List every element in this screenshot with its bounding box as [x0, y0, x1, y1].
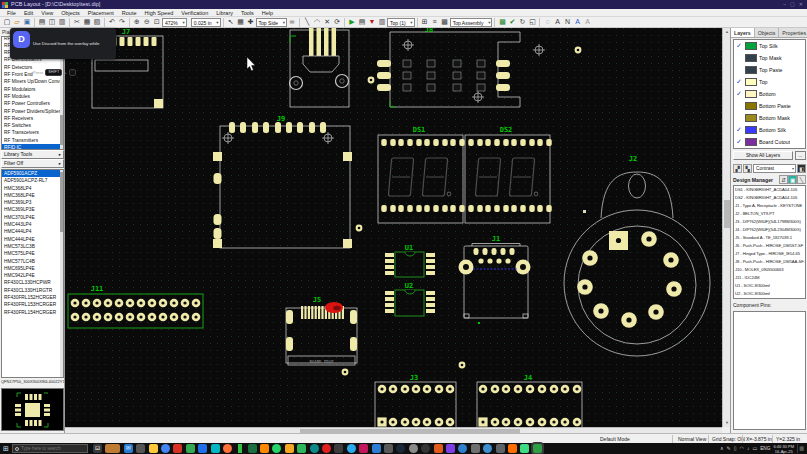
print-preview-button[interactable]: ◫ — [47, 17, 57, 27]
component-list-item[interactable]: HMC577LC4B — [2, 258, 63, 265]
component-list-item[interactable]: RF430CL330HCPWR — [2, 279, 63, 286]
display-app-icon[interactable] — [384, 444, 393, 453]
layer-color-swatch[interactable] — [745, 66, 757, 74]
layer-visibility-checkbox[interactable] — [735, 126, 743, 134]
design-manager-item[interactable]: DS2 - KINGBRIGHT_ACDA04-105 — [734, 194, 805, 202]
sort-components-button[interactable]: ⇵ — [779, 175, 788, 184]
taskbar-clock[interactable]: 6:46:30 PM 16-Apr-25 — [774, 444, 794, 454]
design-manager-item[interactable]: J1 - Type A, Receptacle - KEYSTONE — [734, 202, 805, 210]
layer-visibility-checkbox[interactable] — [735, 102, 743, 110]
design-manager-item[interactable]: U1 - SOIC-8/300mil — [734, 282, 805, 290]
layer-color-swatch[interactable] — [745, 78, 757, 86]
taskbar-search[interactable] — [12, 444, 88, 453]
component-list-item[interactable]: HMC695LP4E — [2, 265, 63, 272]
board-side-combo[interactable]: Top Side — [256, 18, 287, 27]
grid-size-combo[interactable]: 0.025 in — [191, 18, 221, 27]
menu-item[interactable]: Library — [212, 9, 237, 17]
firefox-icon[interactable] — [223, 444, 232, 453]
update-tool[interactable]: ⟳ — [332, 17, 342, 27]
titles-button[interactable]: ▥ — [57, 17, 67, 27]
component-list-item[interactable]: HMC368LP4 — [2, 185, 63, 192]
Bottom Silk[interactable]: Bottom Silk — [734, 124, 805, 136]
Top Silk[interactable]: Top Silk — [734, 40, 805, 52]
component-list-item[interactable]: HMC443LP4 — [2, 221, 63, 228]
cad-app-icon[interactable] — [434, 444, 443, 453]
battery-icon[interactable]: ▯ — [734, 443, 737, 454]
layer-options-button[interactable]: ... — [795, 151, 806, 160]
paste-button[interactable]: ▧ — [92, 17, 102, 27]
component-list-item[interactable]: RF430FRL153HCRGER — [2, 301, 63, 308]
check-button[interactable]: ✔ — [507, 17, 517, 27]
green-screen-icon[interactable] — [238, 444, 242, 453]
component-list-item[interactable]: HMC444LP4 — [2, 228, 63, 235]
components-filter-button[interactable]: ▣ — [788, 175, 797, 184]
menu-item[interactable]: View — [37, 9, 57, 17]
vlc-icon[interactable] — [260, 444, 269, 453]
redo-button[interactable]: ↷ — [117, 17, 127, 27]
telegram-icon[interactable] — [347, 444, 356, 453]
meet-icon[interactable] — [186, 444, 195, 453]
layer-dim-button[interactable]: ▚ — [743, 164, 752, 173]
file-explorer-icon[interactable] — [149, 444, 158, 453]
grid-toggle[interactable]: ▦ — [236, 17, 246, 27]
component-list-item[interactable]: HMC942LP4E — [2, 272, 63, 279]
zoom-out-button[interactable]: ⊖ — [142, 17, 152, 27]
copper-pour-button[interactable]: ▩ — [440, 17, 450, 27]
minimize-button[interactable]: – — [783, 0, 786, 9]
menu-item[interactable]: Objects — [57, 9, 84, 17]
layer-visibility-checkbox[interactable] — [735, 54, 743, 62]
design-manager-item[interactable]: J5 - Standard A - TE_1827039-1 — [734, 234, 805, 242]
panelize-button[interactable]: ◱ — [527, 17, 537, 27]
menu-item[interactable]: Edit — [20, 9, 37, 17]
zoom-level-combo[interactable]: 472% — [162, 18, 187, 27]
folder-icon[interactable] — [198, 444, 207, 453]
quartus-icon[interactable] — [446, 444, 455, 453]
language-indicator[interactable]: ENG — [760, 446, 770, 451]
place-arc-tool[interactable]: ◠ — [312, 17, 322, 27]
cut-button[interactable]: ✂ — [72, 17, 82, 27]
undo-button[interactable]: ↶ — [107, 17, 117, 27]
maximize-button[interactable]: ▢ — [790, 0, 795, 9]
layer-setup-button[interactable]: ≡ — [430, 17, 440, 27]
background-color-button[interactable]: ◧ — [797, 164, 806, 173]
text-tool[interactable]: A — [552, 17, 562, 27]
obs-icon[interactable] — [421, 444, 430, 453]
menu-item[interactable]: File — [3, 9, 20, 17]
Top Mask[interactable]: Top Mask — [734, 52, 805, 64]
layer-color-mode-button[interactable]: ▞ — [733, 164, 742, 173]
component-list-scrollbar[interactable] — [60, 170, 63, 377]
gmail-icon[interactable] — [173, 444, 182, 453]
open-file-button[interactable]: ▱ — [12, 17, 22, 27]
library-tools-button[interactable]: Library Tools▸ — [1, 150, 64, 159]
menu-item[interactable]: Route — [118, 9, 141, 17]
layer-color-swatch[interactable] — [745, 90, 757, 98]
design-manager-item[interactable]: J8 - Push-Push - HIROSE_DM1AA-SF-P — [734, 258, 805, 266]
pointer-tool[interactable]: ↖ — [226, 17, 236, 27]
component-pins-list[interactable] — [733, 311, 806, 430]
print-button[interactable]: ▤ — [37, 17, 47, 27]
usb-icon[interactable]: ▭ — [752, 443, 757, 454]
contrast-combo[interactable]: Contrast — [753, 164, 796, 173]
Top[interactable]: Top — [734, 76, 805, 88]
component-list-item[interactable]: RF430FRL154HCRGER — [2, 309, 63, 316]
component-list-item[interactable]: HMC370LP4E — [2, 214, 63, 221]
component-list-item[interactable]: RF430FRL152HCRGER — [2, 294, 63, 301]
steam-icon[interactable] — [396, 444, 405, 453]
pen-icon[interactable]: ✎ — [727, 443, 731, 454]
Board Cutout[interactable]: Board Cutout — [734, 136, 805, 148]
save-button[interactable]: ▣ — [22, 17, 32, 27]
component-list-item[interactable]: RF430CL330H1RGTR — [2, 287, 63, 294]
cloud-drive-icon[interactable] — [496, 444, 505, 453]
pattern-editor-button[interactable]: ▩ — [497, 17, 507, 27]
search-input[interactable] — [21, 446, 81, 451]
Bottom Mask[interactable]: Bottom Mask — [734, 112, 805, 124]
show-all-layers-button[interactable]: Show All Layers — [733, 151, 793, 160]
zoom-window-button[interactable]: ⊡ — [152, 17, 162, 27]
design-manager-item[interactable]: J7 - Hinged Type - HIROSE_IE14-65 — [734, 250, 805, 258]
layer-visibility-checkbox[interactable] — [735, 66, 743, 74]
font-small-button[interactable]: A — [582, 17, 592, 27]
network-icon[interactable]: ◠ — [740, 443, 744, 454]
library-category-item[interactable]: RF Transceivers — [2, 129, 63, 136]
component-list-item[interactable]: HMC573LC3B — [2, 243, 63, 250]
menu-item[interactable]: High Speed — [141, 9, 178, 17]
